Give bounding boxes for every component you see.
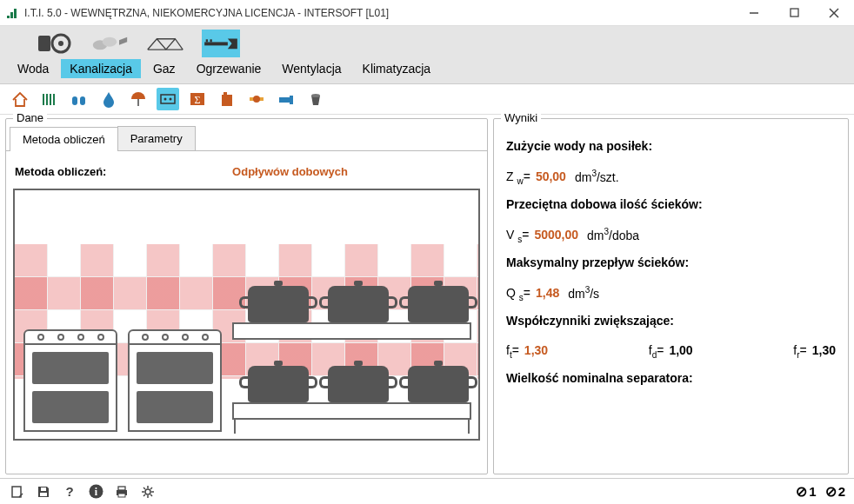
nav-item-wentylacja[interactable]: Wentylacja xyxy=(273,59,350,78)
status-save-icon[interactable] xyxy=(35,483,52,501)
dane-panel: Dane Metoda obliczeń Parametry Metoda ob… xyxy=(5,118,488,474)
status-indicator-1: ⊘1 xyxy=(796,483,816,500)
tab-metoda[interactable]: Metoda obliczeń xyxy=(10,127,118,151)
svg-point-43 xyxy=(145,489,150,494)
heading-przecietna: Przeciętna dobowa ilość ścieków: xyxy=(506,196,836,214)
row-przecietna: V s= 5000,00 dm3/doba xyxy=(506,226,836,246)
statusbar: ? i ⊘1 ⊘2 xyxy=(0,478,854,504)
svg-rect-22 xyxy=(161,95,175,103)
svg-rect-13 xyxy=(206,39,208,42)
nav-item-klimatyzacja[interactable]: Klimatyzacja xyxy=(354,59,440,78)
value-fd: 1,00 xyxy=(669,342,692,360)
status-open-icon[interactable] xyxy=(9,483,26,501)
svg-point-11 xyxy=(103,37,117,47)
svg-rect-4 xyxy=(791,9,798,17)
nav-item-gaz[interactable]: Gaz xyxy=(144,59,184,78)
svg-rect-33 xyxy=(290,96,293,104)
svg-point-31 xyxy=(253,96,260,103)
tool-bin-icon[interactable] xyxy=(304,88,327,110)
value-vs: 5000,00 xyxy=(534,227,578,244)
method-value: Odpływów dobowych xyxy=(232,165,478,178)
svg-rect-20 xyxy=(80,96,85,105)
row-maks: Q s= 1,48 dm3/s xyxy=(506,284,836,304)
tool-separator-icon[interactable] xyxy=(157,88,179,110)
tool-grate-icon[interactable] xyxy=(38,88,61,110)
nav-item-woda[interactable]: Woda xyxy=(9,59,57,78)
svg-rect-0 xyxy=(7,16,10,18)
svg-rect-19 xyxy=(72,96,77,105)
nav-icon-meter[interactable] xyxy=(35,30,73,57)
toolbar: Σ xyxy=(0,84,854,115)
svg-rect-36 xyxy=(40,493,47,496)
status-help-icon[interactable]: ? xyxy=(61,483,78,501)
row-wspol: ft=1,30 fd=1,00 fr=1,30 xyxy=(506,342,836,361)
value-zw: 50,00 xyxy=(536,169,566,186)
nav-icon-pipes[interactable] xyxy=(90,30,129,57)
wyniki-panel: Wyniki Zużycie wody na posiłek: Z w= 50,… xyxy=(493,118,849,474)
value-fr: 1,30 xyxy=(812,342,836,360)
svg-line-51 xyxy=(143,494,145,496)
main-nav: Woda Kanalizacja Gaz Ogrzewanie Wentylac… xyxy=(0,26,854,84)
row-zuzycie: Z w= 50,00 dm3/szt. xyxy=(506,168,836,188)
tool-tanks-icon[interactable] xyxy=(68,88,90,110)
svg-line-48 xyxy=(143,487,145,489)
status-info-icon[interactable]: i xyxy=(87,483,104,501)
svg-rect-32 xyxy=(279,97,290,103)
wyniki-title: Wyniki xyxy=(501,111,541,124)
svg-point-9 xyxy=(58,41,63,46)
nav-item-ogrzewanie[interactable]: Ogrzewanie xyxy=(188,59,270,78)
tool-drop-icon[interactable] xyxy=(97,88,120,110)
svg-rect-35 xyxy=(12,487,21,497)
heading-maks: Maksymalny przepływ ścieków: xyxy=(506,255,836,272)
tool-pipe-icon[interactable] xyxy=(275,88,297,110)
svg-rect-28 xyxy=(224,92,227,95)
titlebar: I.T.I. 5.0 - WEWNĘTRZNA, NIEKOMERCYJNA L… xyxy=(0,0,854,26)
status-print-icon[interactable] xyxy=(113,483,130,501)
tool-canister-icon[interactable] xyxy=(216,88,238,110)
svg-rect-37 xyxy=(41,487,46,491)
maximize-button[interactable] xyxy=(774,0,814,25)
window-title: I.T.I. 5.0 - WEWNĘTRZNA, NIEKOMERCYJNA L… xyxy=(24,7,734,19)
svg-point-34 xyxy=(311,94,320,97)
value-qs: 1,48 xyxy=(536,285,559,302)
svg-line-49 xyxy=(150,494,152,496)
nav-item-kanalizacja[interactable]: Kanalizacja xyxy=(61,59,141,78)
svg-rect-7 xyxy=(38,36,50,51)
tool-house-icon[interactable] xyxy=(9,88,31,110)
heading-wspol: Współczynniki zwiększające: xyxy=(506,313,836,330)
svg-point-23 xyxy=(164,98,167,101)
svg-line-50 xyxy=(150,487,152,489)
heading-zuzycie: Zużycie wody na posiłek: xyxy=(506,138,836,156)
svg-rect-1 xyxy=(10,12,13,18)
status-settings-icon[interactable] xyxy=(139,483,157,501)
tool-valve-icon[interactable] xyxy=(245,88,268,110)
nav-icon-truss[interactable] xyxy=(146,30,184,57)
method-label: Metoda obliczeń: xyxy=(15,165,106,178)
tab-parametry[interactable]: Parametry xyxy=(117,126,196,150)
kitchen-illustration xyxy=(13,189,480,441)
svg-rect-27 xyxy=(222,95,232,106)
status-indicator-2: ⊘2 xyxy=(825,483,845,500)
tool-umbrella-icon[interactable] xyxy=(127,88,150,110)
app-icon xyxy=(5,6,19,20)
tool-sigma-icon[interactable]: Σ xyxy=(186,88,209,110)
svg-rect-2 xyxy=(14,9,17,18)
svg-rect-14 xyxy=(210,39,211,42)
nav-icon-wrench[interactable] xyxy=(202,30,240,57)
svg-rect-41 xyxy=(118,487,125,490)
dane-title: Dane xyxy=(13,111,47,124)
minimize-button[interactable] xyxy=(734,0,774,25)
svg-point-24 xyxy=(170,98,172,101)
heading-wielkosc: Wielkość nominalna separatora: xyxy=(506,370,836,388)
close-button[interactable] xyxy=(814,0,854,25)
svg-rect-12 xyxy=(204,42,228,45)
svg-rect-42 xyxy=(118,494,125,497)
value-ft: 1,30 xyxy=(524,342,548,360)
svg-text:Σ: Σ xyxy=(195,94,201,106)
